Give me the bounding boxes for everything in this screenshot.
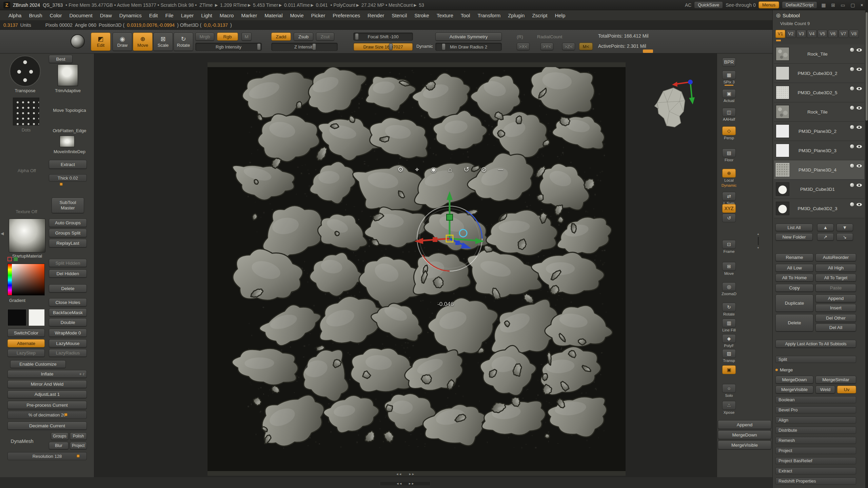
paste-button[interactable]: Paste [815, 284, 856, 292]
best-button[interactable]: Best [49, 55, 73, 63]
split-section[interactable]: Split [775, 356, 856, 363]
scrollbar-handle[interactable] [866, 12, 868, 121]
polypaint-icon[interactable] [850, 67, 854, 72]
line-fill-button[interactable]: ▥ Line Fill [719, 319, 739, 332]
scale-button[interactable]: ⊠ Scale [153, 33, 173, 51]
orb-flatten-brush[interactable]: OrbFlatten_Edge [47, 128, 92, 133]
all-low-button[interactable]: All Low [775, 264, 813, 272]
z-intensity-knob[interactable] [312, 43, 316, 50]
menu-item[interactable]: Alpha [5, 13, 25, 18]
subtool-item[interactable]: PM3D_Cube3D2_3 [774, 199, 864, 218]
symmetry-x-button[interactable]: >X< [517, 43, 530, 50]
subtool-item[interactable]: Rock_Tile [774, 102, 864, 122]
visibility-eye-icon[interactable] [856, 125, 862, 129]
mrgb-button[interactable]: Mrgb [195, 33, 214, 41]
bottom-scrollbar[interactable]: ◄◄ ►► [380, 481, 431, 486]
subtool-panel-header[interactable]: ◎ Subtool [776, 12, 800, 18]
del-other-button[interactable]: Del Other [815, 314, 856, 322]
quicksave-button[interactable]: QuickSave [694, 1, 723, 8]
menu-item[interactable]: Stroke [411, 13, 433, 18]
menu-item[interactable]: Stencil [388, 13, 411, 18]
merge-down-button[interactable]: MergeDown [718, 430, 771, 439]
trim-adaptive-brush-icon[interactable] [58, 64, 78, 86]
menu-item[interactable]: Light [197, 13, 216, 18]
polypaint-icon[interactable] [850, 86, 854, 91]
startup-material-icon[interactable] [9, 219, 45, 252]
all-high-button[interactable]: All High [815, 264, 856, 272]
see-through-slider[interactable]: See-through 0 [726, 2, 756, 8]
backface-mask-button[interactable]: BackfaceMask [49, 308, 87, 317]
subtool-section[interactable]: Remesh [775, 437, 856, 444]
subtool-item[interactable]: PM3D_Plane3D_2 [774, 122, 864, 141]
sync-view-button[interactable]: ↺ [719, 214, 739, 222]
copy-button[interactable]: Copy [775, 284, 813, 292]
polypaint-icon[interactable] [850, 183, 854, 187]
scroll-down-icon[interactable]: ▼ [757, 246, 760, 249]
menu-item[interactable]: Picker [308, 13, 329, 18]
draw-button[interactable]: ◉ Draw [113, 33, 132, 51]
merge-visible-subtool-button[interactable]: MergeVisible [775, 386, 813, 393]
thick-slider[interactable]: Thick 0.02 [49, 174, 87, 182]
alpha-off-selector[interactable]: Alpha Off [8, 168, 45, 173]
min-draw-radius-slider[interactable]: Min Draw Radius 2 [435, 43, 502, 51]
local-symmetry-button[interactable]: ⊕ Local [719, 169, 739, 182]
extract-button[interactable]: Extract [49, 160, 87, 169]
dynamesh-resolution-slider[interactable]: Resolution 128 [7, 452, 87, 460]
decimate-current-button[interactable]: Decimate Current [7, 422, 87, 430]
menu-item[interactable]: Layer [177, 13, 198, 18]
move-topological-brush[interactable]: Move Topologica [47, 108, 92, 113]
dynamic-subdiv-button[interactable]: ▣ [719, 365, 739, 374]
tab-v4[interactable]: V4 [807, 30, 817, 38]
subtool-item-selected[interactable]: PM3D_Plane3D_4 [774, 160, 864, 180]
lsym-button[interactable]: ⇄ L.Sym [719, 192, 739, 205]
del-hidden-button[interactable]: Del Hidden [49, 269, 87, 278]
alt-color-swatch[interactable] [28, 309, 45, 326]
decimation-percent-slider[interactable]: % of decimation 20 [7, 411, 87, 419]
menu-item[interactable]: Draw [96, 13, 116, 18]
delete-subtool-button[interactable]: Delete [775, 314, 813, 331]
visibility-eye-icon[interactable] [856, 48, 862, 52]
saturation-value-area[interactable] [12, 264, 44, 295]
scroll-up-icon[interactable]: ▲ [757, 232, 760, 236]
matcap-sphere-icon[interactable] [71, 34, 85, 48]
gizmo-reset-orientation-icon[interactable]: ↺ [463, 165, 470, 174]
z-intensity-slider[interactable]: Z Intensity [271, 43, 338, 51]
draw-size-knob[interactable] [389, 43, 393, 50]
subtool-section[interactable]: Align [775, 416, 856, 424]
folder-move-in-button[interactable]: ↘ [836, 233, 853, 241]
dynamic-persp-toggle[interactable]: Dynamic [719, 183, 739, 187]
visibility-eye-icon[interactable] [856, 145, 862, 148]
window-maximize-icon[interactable]: ▢ [849, 2, 856, 8]
uv-button[interactable]: Uv [837, 386, 856, 393]
merge-visible-button[interactable]: MergeVisible [718, 441, 771, 449]
wrap-mode-slider[interactable]: WrapMode 0 [49, 329, 87, 337]
window-minimize-icon[interactable]: ▭ [839, 2, 846, 8]
hue-strip[interactable] [8, 264, 12, 295]
all-to-home-button[interactable]: All To Home [775, 274, 813, 282]
bpr-render-button[interactable]: BPR [719, 58, 739, 66]
move-infinite-brush-icon[interactable] [60, 136, 75, 147]
folder-move-out-button[interactable]: ↗ [817, 233, 834, 241]
visibility-eye-icon[interactable] [856, 87, 862, 90]
mirror-and-weld-button[interactable]: Mirror And Weld [7, 380, 87, 388]
visibility-eye-icon[interactable] [856, 67, 862, 71]
menu-item[interactable]: Brush [25, 13, 46, 18]
zadd-button[interactable]: Zadd [271, 33, 291, 41]
subtool-item[interactable]: Rock_Tile [774, 44, 864, 64]
zcut-button[interactable]: Zcut [316, 33, 334, 41]
lazy-radius-slider[interactable]: LazyRadius [49, 349, 87, 357]
auto-reorder-button[interactable]: AutoReorder [815, 253, 856, 261]
subtool-section[interactable]: Distribute [775, 427, 856, 434]
tab-v8[interactable]: V8 [849, 30, 859, 38]
weld-button[interactable]: Weld [815, 386, 835, 393]
alternate-button[interactable]: Alternate [7, 339, 45, 347]
gradient-toggle[interactable]: Gradient [5, 298, 29, 303]
visibility-eye-icon[interactable] [856, 183, 862, 187]
min-draw-radius-knob[interactable] [442, 43, 446, 50]
insert-subtool-button[interactable]: Insert [815, 304, 856, 312]
primary-swatch-indicator[interactable] [7, 257, 12, 261]
dynamesh-blur-slider[interactable]: Blur [49, 442, 68, 449]
append-button[interactable]: Append [718, 420, 771, 429]
gizmo-sticky-target-icon[interactable]: ⌖ [415, 165, 419, 174]
enable-customize-button[interactable]: Enable Customize [10, 360, 66, 368]
